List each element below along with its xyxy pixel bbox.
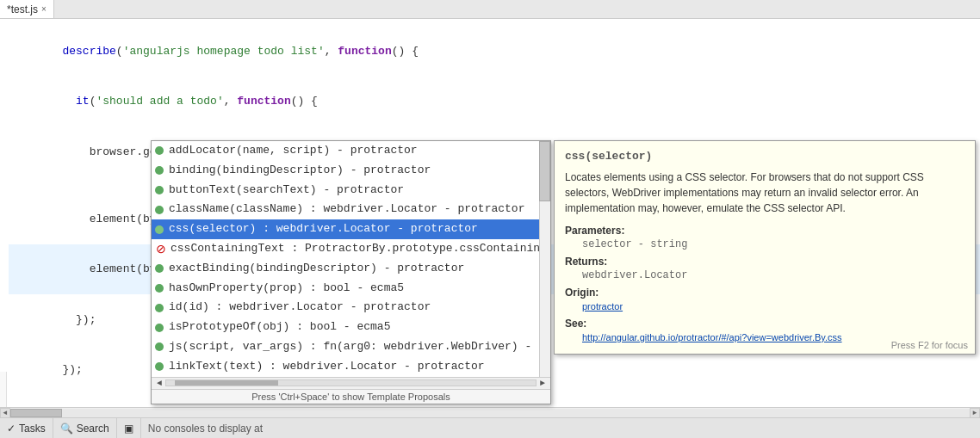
- doc-panel: css(selector) Locates elements using a C…: [554, 140, 976, 355]
- ac-dot-green: [155, 206, 164, 214]
- no-console-text: No consoles to display at: [141, 423, 270, 435]
- ac-scroll-right[interactable]: ►: [537, 377, 549, 389]
- console-icon: ▣: [124, 423, 133, 435]
- ac-dot-green: [155, 264, 164, 273]
- console-tab[interactable]: ▣: [117, 418, 141, 438]
- ac-dot-green: [155, 146, 164, 155]
- doc-origin-link-container: protractor: [565, 300, 964, 312]
- hscroll-thumb[interactable]: [10, 409, 62, 417]
- search-label: Search: [77, 423, 109, 435]
- autocomplete-dropdown[interactable]: addLocator(name, script) - protractor bi…: [151, 140, 551, 404]
- ac-dot-green: [155, 362, 164, 371]
- doc-origin-link[interactable]: protractor: [582, 301, 623, 312]
- hscroll-right-btn[interactable]: ►: [970, 408, 980, 418]
- doc-description: Locates elements using a CSS selector. F…: [565, 170, 964, 216]
- ac-item-js[interactable]: js(script, var_args) : fn(arg0: webdrive…: [152, 337, 539, 357]
- ac-item-classname[interactable]: className(className) : webdriver.Locator…: [152, 200, 539, 219]
- ac-item-id[interactable]: id(id) : webdriver.Locator - protractor: [152, 298, 539, 318]
- ac-dot-green-selected: [155, 225, 164, 234]
- tab-close-icon[interactable]: ×: [41, 4, 47, 14]
- ac-dot-green: [155, 284, 164, 293]
- ac-item-hasownproperty[interactable]: hasOwnProperty(prop) : bool - ecma5: [152, 279, 539, 299]
- ac-item-exactbinding[interactable]: exactBinding(bindingDescriptor) - protra…: [152, 259, 539, 279]
- doc-parameters-label: Parameters:: [565, 225, 964, 237]
- search-icon: 🔍: [60, 423, 73, 435]
- tasks-tab[interactable]: ✓ Tasks: [0, 418, 53, 438]
- doc-title: css(selector): [565, 150, 964, 163]
- ac-dot-green: [155, 304, 164, 312]
- doc-returns: webdriver.Locator: [565, 269, 964, 281]
- doc-returns-label: Returns:: [565, 256, 964, 268]
- hscroll-track[interactable]: [10, 409, 970, 417]
- ac-hscrollbar[interactable]: ◄ ►: [152, 377, 550, 389]
- ac-item-csscontaining[interactable]: ⊘ cssContainingText : ProtractorBy.proto…: [152, 239, 539, 259]
- ac-dot-error: ⊘: [155, 243, 167, 255]
- hscroll-left-btn[interactable]: ◄: [0, 408, 10, 418]
- doc-parameters: selector - string: [565, 238, 964, 250]
- ac-scroll-thumb[interactable]: [539, 141, 550, 201]
- ac-item-isprototypeof[interactable]: isPrototypeOf(obj) : bool - ecma5: [152, 318, 539, 337]
- tab-label: *test.js: [7, 3, 38, 15]
- status-bar: ✓ Tasks 🔍 Search ▣ No consoles to displa…: [0, 417, 980, 438]
- ac-dot-green: [155, 342, 164, 351]
- editor-hscroll[interactable]: ◄ ►: [0, 407, 980, 417]
- ac-scrollbar[interactable]: [539, 141, 550, 377]
- doc-see-link[interactable]: http://angular.github.io/protractor/#/ap…: [582, 332, 842, 342]
- ac-dot-green: [155, 166, 164, 175]
- ac-item-css[interactable]: css(selector) : webdriver.Locator - prot…: [152, 219, 539, 239]
- search-tab[interactable]: 🔍 Search: [53, 418, 117, 438]
- ac-hscroll-thumb[interactable]: [175, 380, 278, 386]
- code-line-1: describe('angularjs homepage todo list',…: [9, 26, 980, 77]
- doc-see-label: See:: [565, 318, 964, 330]
- autocomplete-list[interactable]: addLocator(name, script) - protractor bi…: [152, 141, 550, 377]
- ac-item-buttontext[interactable]: buttonText(searchText) - protractor: [152, 181, 539, 200]
- doc-f2-hint: Press F2 for focus: [891, 340, 968, 350]
- ac-item-addlocator[interactable]: addLocator(name, script) - protractor: [152, 141, 539, 161]
- editor-tab[interactable]: *test.js ×: [0, 0, 54, 18]
- tasks-icon: ✓: [7, 423, 16, 435]
- ac-dot-green: [155, 186, 164, 194]
- ac-scroll-left[interactable]: ◄: [153, 377, 165, 389]
- code-line-2: it('should add a todo', function() {: [9, 77, 980, 127]
- tab-bar: *test.js ×: [0, 0, 980, 19]
- editor-container: *test.js × describe('angularjs homepage …: [0, 0, 980, 438]
- tasks-label: Tasks: [19, 423, 46, 435]
- ac-footer: Press 'Ctrl+Space' to show Template Prop…: [152, 389, 550, 404]
- ac-hscroll-track[interactable]: [165, 379, 537, 386]
- ac-item-linktext[interactable]: linkText(text) : webdriver.Locator - pro…: [152, 357, 539, 377]
- ac-dot-green: [155, 324, 164, 332]
- ac-item-binding[interactable]: binding(bindingDescriptor) - protractor: [152, 161, 539, 181]
- doc-origin-label: Origin:: [565, 287, 964, 299]
